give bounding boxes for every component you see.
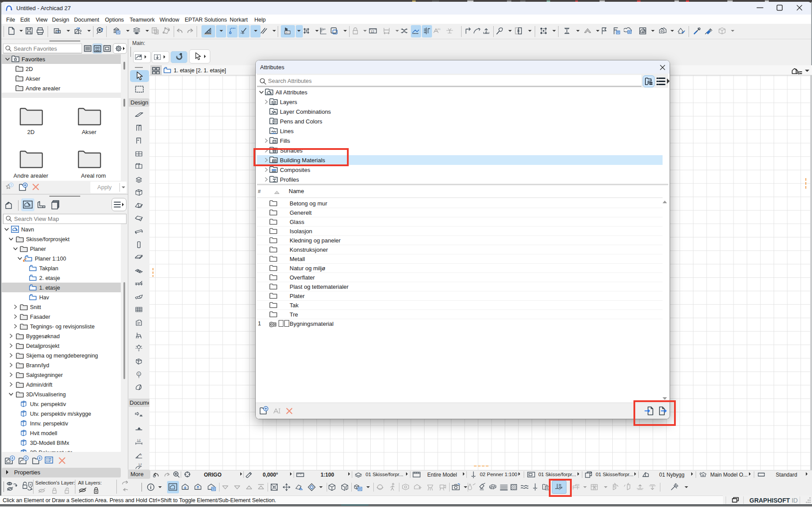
svg-text:A1: A1 — [437, 28, 441, 30]
svg-text:1.2: 1.2 — [137, 439, 141, 441]
svg-text:α: α — [140, 453, 142, 456]
svg-text:1: 1 — [138, 373, 140, 376]
svg-text:12: 12 — [371, 30, 374, 33]
svg-text:XY:: XY: — [286, 31, 290, 34]
svg-text:1.2: 1.2 — [138, 463, 142, 466]
